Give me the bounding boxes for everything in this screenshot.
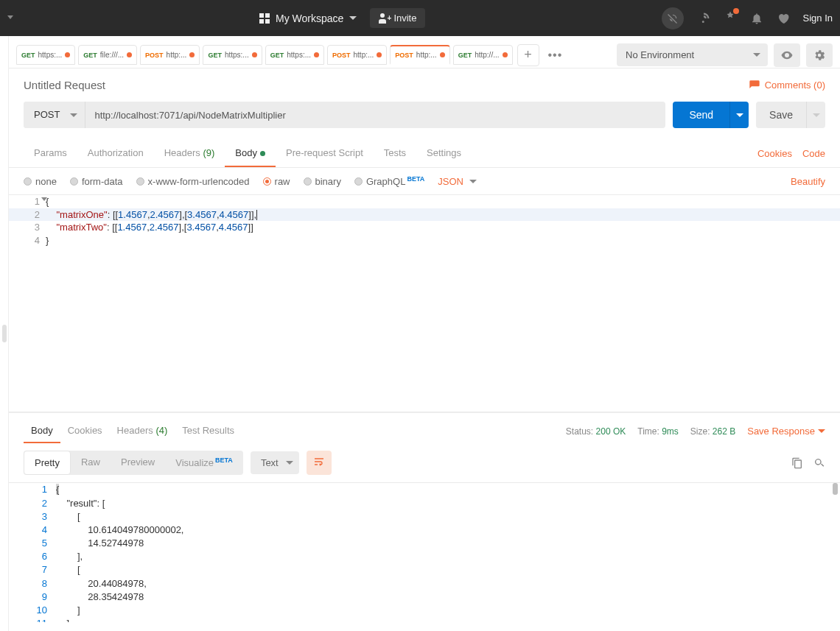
request-tab[interactable]: POSThttp:... bbox=[390, 45, 449, 65]
send-options-button[interactable] bbox=[729, 102, 749, 128]
response-format-select[interactable]: Text bbox=[251, 451, 299, 474]
response-view-mode: Pretty Raw Preview VisualizeBETA bbox=[24, 451, 243, 475]
heart-icon[interactable] bbox=[777, 12, 790, 25]
chevron-down-icon bbox=[70, 113, 77, 117]
request-tab[interactable]: GEThttps:... bbox=[16, 45, 75, 65]
resp-tab-body[interactable]: Body bbox=[24, 419, 60, 443]
view-visualize[interactable]: VisualizeBETA bbox=[165, 451, 243, 475]
save-button[interactable]: Save bbox=[756, 102, 806, 128]
tab-authorization[interactable]: Authorization bbox=[77, 140, 154, 167]
invite-button[interactable]: + Invite bbox=[370, 8, 425, 28]
request-tab[interactable]: GEThttp://... bbox=[453, 45, 513, 65]
tab-params[interactable]: Params bbox=[24, 140, 77, 167]
request-tab[interactable]: GEThttps:... bbox=[265, 45, 324, 65]
environment-select[interactable]: No Environment bbox=[617, 43, 768, 66]
request-tab[interactable]: POSThttp:... bbox=[327, 45, 387, 65]
resp-tab-headers[interactable]: Headers (4) bbox=[110, 419, 175, 443]
body-indicator-dot bbox=[260, 151, 265, 156]
url-input[interactable] bbox=[85, 102, 665, 128]
request-tab[interactable]: POSThttp:... bbox=[140, 45, 200, 65]
beautify-button[interactable]: Beautify bbox=[791, 176, 825, 187]
comment-icon bbox=[749, 80, 760, 91]
tab-body[interactable]: Body bbox=[225, 140, 276, 167]
cookies-link[interactable]: Cookies bbox=[757, 148, 792, 159]
response-body-editor[interactable]: 1{2 "result": [3 [4 10.614049780000002,5… bbox=[9, 482, 840, 622]
resp-tab-cookies[interactable]: Cookies bbox=[60, 419, 110, 443]
grid-icon bbox=[259, 13, 270, 24]
save-options-button[interactable] bbox=[806, 102, 825, 128]
view-preview[interactable]: Preview bbox=[111, 451, 165, 475]
copy-icon[interactable] bbox=[791, 457, 803, 469]
workspace-selector[interactable]: My Workspace bbox=[252, 8, 364, 29]
app-menu-dropdown[interactable] bbox=[7, 15, 13, 21]
request-title[interactable]: Untitled Request bbox=[24, 79, 105, 91]
radio-urlencoded[interactable]: x-www-form-urlencoded bbox=[136, 176, 250, 187]
radio-binary[interactable]: binary bbox=[304, 176, 341, 187]
wrap-lines-button[interactable] bbox=[307, 451, 332, 475]
person-plus-icon: + bbox=[379, 13, 389, 24]
top-bar: My Workspace + Invite Sign In bbox=[0, 0, 840, 36]
view-pretty[interactable]: Pretty bbox=[24, 451, 71, 475]
satellite-icon[interactable] bbox=[697, 12, 710, 25]
bell-icon[interactable] bbox=[750, 12, 763, 25]
chevron-down-icon bbox=[753, 53, 760, 57]
scrollbar-thumb[interactable] bbox=[833, 483, 838, 495]
request-tab[interactable]: GETfile:///... bbox=[78, 45, 137, 65]
method-select[interactable]: POST bbox=[24, 102, 85, 128]
settings-button[interactable] bbox=[806, 43, 833, 67]
radio-raw[interactable]: raw bbox=[263, 176, 290, 187]
code-link[interactable]: Code bbox=[802, 148, 825, 159]
tab-options-button[interactable]: ••• bbox=[544, 49, 567, 62]
sync-off-icon[interactable] bbox=[662, 7, 684, 29]
radio-formdata[interactable]: form-data bbox=[70, 176, 123, 187]
tab-tests[interactable]: Tests bbox=[374, 140, 416, 167]
view-raw[interactable]: Raw bbox=[71, 451, 111, 475]
sign-in-link[interactable]: Sign In bbox=[803, 13, 833, 24]
request-body-editor[interactable]: 1{ 2 "matrixOne": [[1.4567,2.4567],[3.45… bbox=[9, 195, 840, 412]
request-tabs-bar: GEThttps:...GETfile:///...POSThttp:...GE… bbox=[9, 36, 840, 68]
send-button[interactable]: Send bbox=[673, 102, 729, 128]
tab-prerequest[interactable]: Pre-request Script bbox=[276, 140, 374, 167]
save-response-button[interactable]: Save Response bbox=[747, 426, 825, 437]
radio-graphql[interactable]: GraphQLBETA bbox=[354, 175, 424, 187]
body-format-select[interactable]: JSON bbox=[438, 176, 477, 187]
sidebar-handle[interactable] bbox=[0, 36, 9, 631]
request-tab[interactable]: GEThttps:... bbox=[203, 45, 262, 65]
workspace-name: My Workspace bbox=[276, 13, 343, 24]
environment-quicklook-button[interactable] bbox=[774, 43, 800, 67]
radio-none[interactable]: none bbox=[24, 176, 57, 187]
chevron-down-icon bbox=[349, 16, 357, 20]
notifications-bootcamp-icon[interactable] bbox=[724, 10, 737, 26]
resp-tab-testresults[interactable]: Test Results bbox=[175, 419, 242, 443]
comments-button[interactable]: Comments (0) bbox=[749, 80, 825, 91]
tab-headers[interactable]: Headers (9) bbox=[154, 140, 225, 167]
search-icon[interactable] bbox=[813, 457, 825, 469]
tab-settings[interactable]: Settings bbox=[416, 140, 472, 167]
new-tab-button[interactable]: + bbox=[517, 44, 539, 66]
